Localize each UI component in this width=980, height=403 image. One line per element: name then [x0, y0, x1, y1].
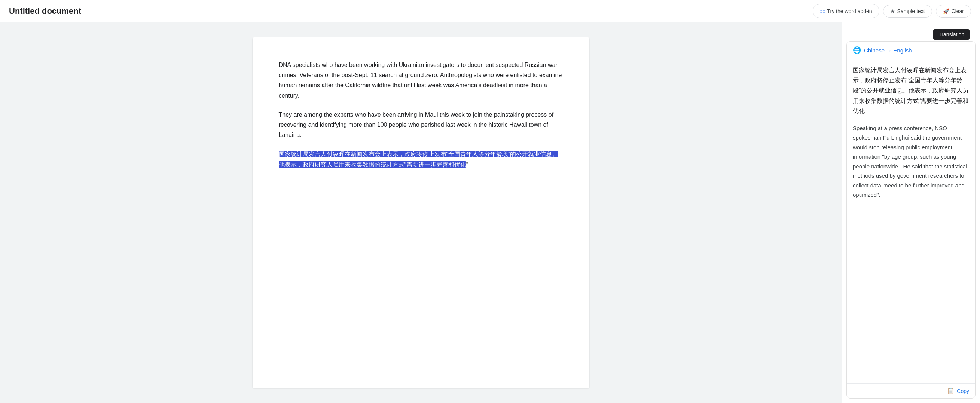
clear-button[interactable]: 🚀 Clear	[936, 5, 971, 18]
copy-button[interactable]: 📋 Copy	[947, 387, 969, 394]
main-layout: DNA specialists who have been working wi…	[0, 22, 980, 403]
translation-header: 🌐 Chinese → English	[847, 41, 975, 59]
word-addin-button[interactable]: ☷ Try the word add-in	[813, 4, 879, 18]
document-area: DNA specialists who have been working wi…	[0, 22, 842, 403]
copy-label: Copy	[957, 388, 969, 394]
document-title: Untitled document	[9, 6, 81, 16]
translation-footer: 📋 Copy	[847, 383, 975, 398]
sample-text-label: Sample text	[897, 8, 925, 14]
paragraph-2: They are among the experts who have been…	[279, 110, 563, 140]
translation-tooltip: Translation	[933, 29, 969, 40]
copy-icon: 📋	[947, 387, 955, 394]
english-translation-text: Speaking at a press conference, NSO spok…	[853, 123, 969, 200]
document-paper: DNA specialists who have been working wi…	[253, 37, 589, 388]
header: Untitled document ☷ Try the word add-in …	[0, 0, 980, 22]
paragraph-3: 国家统计局发言人付凌晖在新闻发布会上表示，政府将停止发布“全国青年人等分年龄段”…	[279, 149, 563, 169]
chinese-original-text: 国家统计局发言人付凌晖在新闻发布会上表示，政府将停止发布“全国青年人等分年龄段”…	[853, 65, 969, 116]
clear-label: Clear	[951, 8, 964, 14]
paragraph-1: DNA specialists who have been working wi…	[279, 60, 563, 101]
globe-icon: 🌐	[853, 46, 861, 54]
rocket-icon: 🚀	[943, 8, 949, 14]
header-actions: ☷ Try the word add-in ★ Sample text 🚀 Cl…	[813, 4, 971, 18]
highlighted-chinese-text: 国家统计局发言人付凌晖在新闻发布会上表示，政府将停止发布“全国青年人等分年龄段”…	[279, 151, 558, 167]
language-label: Chinese → English	[864, 47, 912, 54]
word-addin-label: Try the word add-in	[827, 8, 872, 14]
closing-quote: "	[466, 161, 468, 168]
translation-card: 🌐 Chinese → English 国家统计局发言人付凌晖在新闻发布会上表示…	[846, 41, 975, 398]
sample-text-button[interactable]: ★ Sample text	[883, 5, 932, 18]
star-icon: ★	[890, 8, 895, 14]
word-icon: ☷	[820, 8, 825, 14]
translation-body: 国家统计局发言人付凌晖在新闻发布会上表示，政府将停止发布“全国青年人等分年龄段”…	[847, 59, 975, 383]
translation-sidebar: Translation 🌐 Chinese → English 国家统计局发言人…	[842, 22, 980, 403]
